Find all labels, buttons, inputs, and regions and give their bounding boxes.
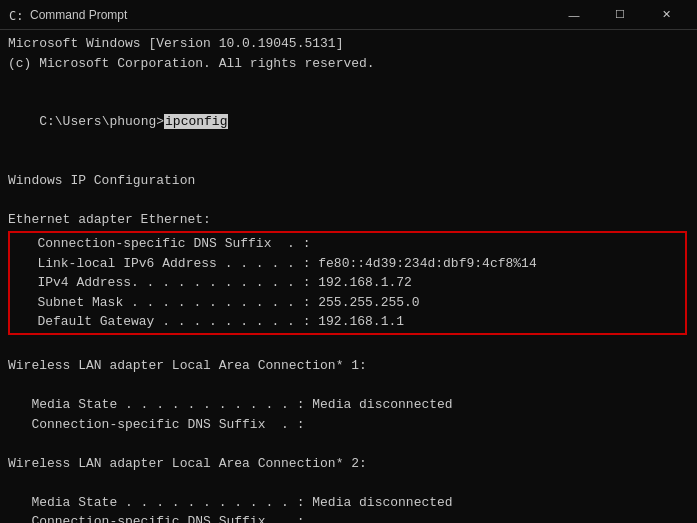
terminal-icon: C: <box>8 7 24 23</box>
wlan2-header: Wireless LAN adapter Local Area Connecti… <box>8 454 689 474</box>
wlan2-media: Media State . . . . . . . . . . . : Medi… <box>8 493 689 513</box>
wlan2-dns: Connection-specific DNS Suffix . : <box>8 512 689 523</box>
eth-ipv6-line: Link-local IPv6 Address . . . . . : fe80… <box>14 254 681 274</box>
windows-ip-config: Windows IP Configuration <box>8 171 689 191</box>
eth-dns-line: Connection-specific DNS Suffix . : <box>14 234 681 254</box>
maximize-button[interactable]: ☐ <box>597 0 643 30</box>
copyright-line: (c) Microsoft Corporation. All rights re… <box>8 54 689 74</box>
window-controls: — ☐ ✕ <box>551 0 689 30</box>
command-highlight: ipconfig <box>164 114 228 129</box>
ethernet-highlighted: Connection-specific DNS Suffix . : Link-… <box>8 231 687 335</box>
wlan1-media: Media State . . . . . . . . . . . : Medi… <box>8 395 689 415</box>
title-bar: C: Command Prompt — ☐ ✕ <box>0 0 697 30</box>
eth-gateway-line: Default Gateway . . . . . . . . . : 192.… <box>14 312 681 332</box>
eth-ipv4-line: IPv4 Address. . . . . . . . . . . : 192.… <box>14 273 681 293</box>
terminal-body[interactable]: Microsoft Windows [Version 10.0.19045.51… <box>0 30 697 523</box>
minimize-button[interactable]: — <box>551 0 597 30</box>
wlan1-header: Wireless LAN adapter Local Area Connecti… <box>8 356 689 376</box>
window-title: Command Prompt <box>30 8 551 22</box>
svg-text:C:: C: <box>9 9 23 23</box>
prompt-text: C:\Users\phuong> <box>39 114 164 129</box>
wlan1-dns: Connection-specific DNS Suffix . : <box>8 415 689 435</box>
ethernet-header: Ethernet adapter Ethernet: <box>8 210 689 230</box>
prompt-line: C:\Users\phuong>ipconfig <box>8 93 689 152</box>
eth-subnet-line: Subnet Mask . . . . . . . . . . . : 255.… <box>14 293 681 313</box>
windows-version-line: Microsoft Windows [Version 10.0.19045.51… <box>8 34 689 54</box>
close-button[interactable]: ✕ <box>643 0 689 30</box>
